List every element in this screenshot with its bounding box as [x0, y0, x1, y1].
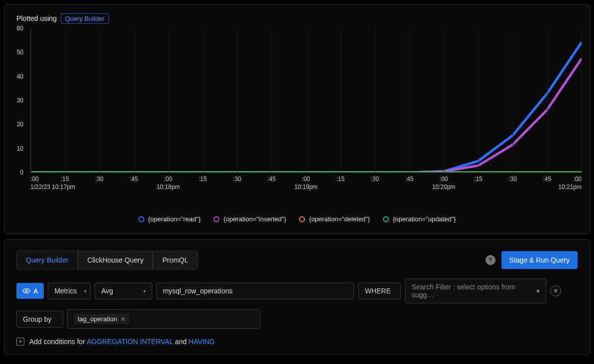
chart-header: Plotted using Query Builder	[16, 14, 582, 22]
x-tick: :45	[129, 176, 138, 182]
tab-promql[interactable]: PromQL	[153, 251, 198, 270]
legend-item[interactable]: {operation="deleted"}	[299, 215, 370, 223]
y-tick: 40	[17, 73, 23, 80]
metric-input[interactable]: mysql_row_operations	[156, 282, 354, 299]
aggregation-interval-link[interactable]: AGGREGATION INTERVAL	[87, 338, 173, 346]
grid-line	[582, 28, 582, 173]
grid-line	[134, 28, 135, 173]
x-tick: :30	[233, 176, 241, 182]
grid-line	[478, 28, 479, 173]
x-tick: :0010:20pm	[432, 176, 456, 190]
legend: {operation="read"}{operation="inserted"}…	[12, 215, 582, 223]
chevron-down-icon: ▾	[84, 288, 87, 294]
add-cond-prefix: Add conditions for	[29, 338, 85, 346]
grid-line	[31, 28, 31, 173]
chart-panel: Plotted using Query Builder 605040302010…	[4, 4, 590, 234]
x-tick: :30	[508, 176, 517, 182]
legend-item[interactable]: {operation="inserted"}	[213, 215, 286, 223]
source-label: Metrics	[54, 287, 77, 295]
x-tick: :15	[198, 176, 207, 182]
grid-line	[306, 28, 307, 173]
y-tick: 0	[20, 169, 23, 176]
svg-point-0	[25, 290, 27, 292]
remove-tag-icon[interactable]: ✕	[120, 316, 125, 323]
query-panel: Query BuilderClickHouse QueryPromQL ? St…	[4, 239, 590, 355]
remove-filter-button[interactable]: ✕	[550, 285, 561, 296]
legend-label: {operation="inserted"}	[223, 215, 286, 223]
series-toggle-a[interactable]: A	[16, 283, 44, 299]
y-tick: 30	[17, 97, 23, 104]
grid-line	[99, 28, 100, 173]
x-tick: :0010:19pm	[295, 176, 318, 190]
chevron-down-icon: ▾	[143, 288, 146, 294]
tab-query-builder[interactable]: Query Builder	[16, 251, 78, 270]
grid-line	[272, 28, 272, 173]
groupby-input[interactable]: tag_operation ✕	[67, 309, 260, 329]
y-tick: 50	[17, 49, 23, 56]
y-axis: 6050403020100	[12, 28, 26, 173]
add-conditions-row: + Add conditions for AGGREGATION INTERVA…	[16, 338, 578, 346]
legend-swatch	[213, 216, 219, 222]
tab-clickhouse-query[interactable]: ClickHouse Query	[78, 251, 153, 270]
grid-line	[409, 28, 410, 173]
grid-line	[513, 28, 513, 173]
query-toolbar: Query BuilderClickHouse QueryPromQL ? St…	[16, 251, 578, 270]
query-row-main: A Metrics ▾ Avg ▾ mysql_row_operations W…	[16, 278, 578, 303]
x-tick: :45	[543, 176, 551, 182]
source-select[interactable]: Metrics ▾	[48, 282, 91, 299]
query-row-groupby: Group by tag_operation ✕	[16, 309, 578, 329]
filter-placeholder: Search Filter : select options from sugg…	[411, 283, 532, 299]
x-tick: :15	[336, 176, 345, 182]
grid-line	[547, 28, 548, 173]
filter-input[interactable]: Search Filter : select options from sugg…	[405, 278, 546, 303]
x-tick: :45	[405, 176, 413, 182]
legend-label: {operation="deleted"}	[309, 215, 370, 223]
add-condition-button[interactable]: +	[16, 338, 24, 346]
aggregation-select[interactable]: Avg ▾	[95, 282, 152, 299]
having-link[interactable]: HAVING	[189, 338, 215, 346]
legend-swatch	[138, 216, 144, 222]
x-tick: :15	[61, 176, 69, 182]
grid-line	[65, 28, 66, 173]
x-tick: :45	[267, 176, 276, 182]
legend-label: {operation="updated"}	[393, 215, 456, 223]
chevron-down-icon: ▾	[536, 287, 540, 295]
x-tick: :0010:18pm	[157, 176, 180, 190]
where-label: WHERE	[358, 282, 401, 299]
x-tick: :30	[371, 176, 379, 182]
grid-line	[169, 28, 169, 173]
y-tick: 20	[17, 121, 23, 128]
legend-item[interactable]: {operation="updated"}	[383, 215, 456, 223]
query-tabs: Query BuilderClickHouse QueryPromQL	[16, 251, 198, 270]
legend-item[interactable]: {operation="read"}	[138, 215, 201, 223]
grid-line	[237, 28, 238, 173]
chart-area: 6050403020100 :001/22/23 10:17pm:15:30:4…	[26, 28, 582, 192]
x-tick: :30	[95, 176, 103, 182]
x-axis: :001/22/23 10:17pm:15:30:45:0010:18pm:15…	[30, 173, 582, 192]
eye-icon	[22, 287, 30, 295]
series-letter: A	[33, 287, 38, 295]
grid-line	[203, 28, 203, 173]
run-query-button[interactable]: Stage & Run Query	[501, 251, 578, 269]
x-tick: :15	[474, 176, 483, 182]
plotted-using-label: Plotted using	[16, 14, 57, 22]
query-builder-badge[interactable]: Query Builder	[61, 13, 109, 24]
grid-line	[341, 28, 341, 173]
legend-swatch	[383, 216, 389, 222]
plot-surface	[30, 28, 582, 173]
query-actions: ? Stage & Run Query	[486, 251, 578, 269]
groupby-tag: tag_operation ✕	[74, 314, 129, 324]
help-icon[interactable]: ?	[486, 255, 495, 265]
groupby-tag-label: tag_operation	[78, 315, 117, 323]
groupby-label: Group by	[16, 311, 63, 328]
legend-label: {operation="read"}	[148, 215, 201, 223]
and-word: and	[175, 338, 187, 346]
aggregation-label: Avg	[101, 287, 113, 295]
grid-line	[444, 28, 444, 173]
legend-swatch	[299, 216, 305, 222]
y-tick: 10	[17, 145, 23, 152]
y-tick: 60	[17, 25, 23, 32]
metric-value: mysql_row_operations	[163, 287, 232, 295]
grid-line	[375, 28, 376, 173]
x-tick: :0010:21pm	[558, 176, 582, 190]
